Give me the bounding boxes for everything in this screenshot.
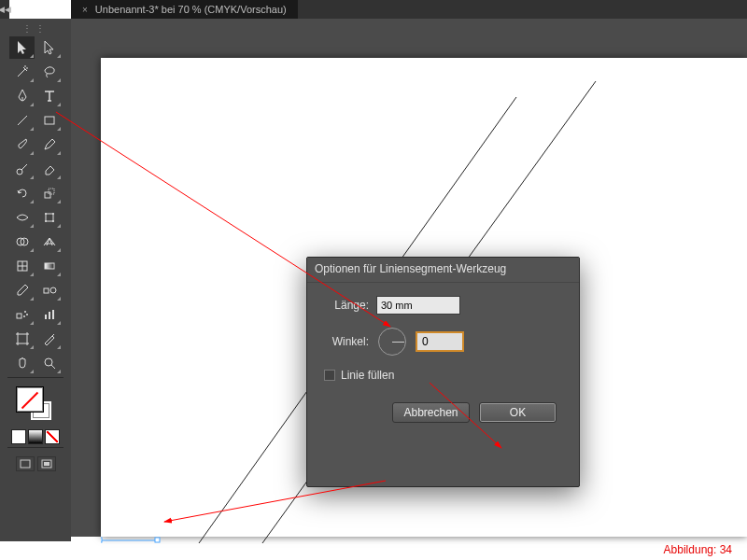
document-tab[interactable]: × Unbenannt-3* bei 70 % (CMYK/Vorschau) [71,0,298,19]
scale-tool[interactable] [36,182,62,204]
width-tool[interactable] [9,206,35,229]
selection-tool[interactable] [9,36,35,59]
blob-brush-tool[interactable] [9,158,35,180]
svg-rect-33 [44,462,49,466]
zoom-tool[interactable] [36,352,62,374]
shape-builder-tool[interactable] [9,231,35,253]
svg-point-14 [52,220,54,222]
svg-line-5 [18,116,27,125]
dialog-title: Optionen für Liniensegment-Werkzeug [307,258,579,283]
svg-point-22 [24,311,26,313]
svg-point-11 [45,213,47,215]
panel-collapse-nub[interactable]: ◀◀ [0,0,9,19]
svg-rect-31 [21,460,30,468]
fill-stroke-swatch[interactable] [6,385,65,426]
blend-tool[interactable] [36,279,62,301]
column-graph-tool[interactable] [36,303,62,326]
svg-rect-19 [44,288,49,293]
svg-rect-28 [18,334,27,343]
perspective-grid-tool[interactable] [36,231,62,253]
svg-rect-9 [49,189,54,194]
svg-point-23 [26,314,28,315]
line-segment-options-dialog: Optionen für Liniensegment-Werkzeug Läng… [306,257,580,487]
document-title: Unbenannt-3* bei 70 % (CMYK/Vorschau) [95,4,287,15]
fill-line-checkbox[interactable] [324,370,335,381]
svg-point-20 [50,287,56,293]
screen-mode-toggle[interactable] [37,456,56,471]
svg-point-13 [45,220,47,222]
svg-rect-8 [45,192,50,198]
angle-label: Winkel: [324,335,369,348]
svg-rect-21 [17,314,21,318]
svg-point-24 [23,315,25,317]
svg-line-30 [51,365,55,369]
fill-swatch[interactable] [16,386,44,413]
eraser-tool[interactable] [36,158,62,180]
svg-rect-10 [46,214,53,221]
panel-grip[interactable]: ⋮⋮ [6,23,65,34]
eyedropper-tool[interactable] [9,279,35,301]
svg-rect-26 [49,312,50,319]
symbol-sprayer-tool[interactable] [9,303,35,326]
rotate-tool[interactable] [9,182,35,204]
rectangle-tool[interactable] [36,109,62,132]
color-mode-gradient[interactable] [28,429,43,444]
mesh-tool[interactable] [9,255,35,277]
hand-tool[interactable] [9,352,35,374]
magic-wand-tool[interactable] [9,61,35,83]
svg-rect-4 [155,538,160,542]
svg-rect-27 [52,310,54,319]
pen-tool[interactable] [9,85,35,107]
color-mode-none[interactable] [45,429,60,444]
document-tab-bar: × Unbenannt-3* bei 70 % (CMYK/Vorschau) [71,0,747,19]
gradient-tool[interactable] [36,255,62,277]
direct-selection-tool[interactable] [36,36,62,59]
svg-point-12 [52,213,54,215]
slice-tool[interactable] [36,328,62,350]
lasso-tool[interactable] [36,61,62,83]
tools-panel: ⋮⋮ [0,19,71,541]
cancel-button[interactable]: Abbrechen [392,402,470,423]
length-label: Länge: [324,299,369,312]
svg-point-29 [45,358,52,366]
screen-mode-normal[interactable] [16,456,35,471]
type-tool[interactable] [36,85,62,107]
free-transform-tool[interactable] [36,206,62,229]
angle-dial[interactable] [378,328,406,356]
svg-rect-25 [45,315,47,319]
color-mode-solid[interactable] [11,429,26,444]
svg-rect-6 [45,117,54,124]
length-input[interactable] [376,296,460,315]
svg-rect-18 [45,263,54,269]
close-icon[interactable]: × [82,5,88,15]
collapse-glyph: ◀◀ [0,5,11,14]
artboard-tool[interactable] [9,328,35,350]
angle-input[interactable] [416,331,464,352]
ok-button[interactable]: OK [479,402,557,423]
paintbrush-tool[interactable] [9,133,35,156]
fill-line-label: Linie füllen [341,369,394,382]
svg-rect-3 [101,538,102,542]
line-segment-tool[interactable] [9,109,35,132]
figure-caption: Abbildung: 34 [664,543,732,556]
pencil-tool[interactable] [36,133,62,156]
